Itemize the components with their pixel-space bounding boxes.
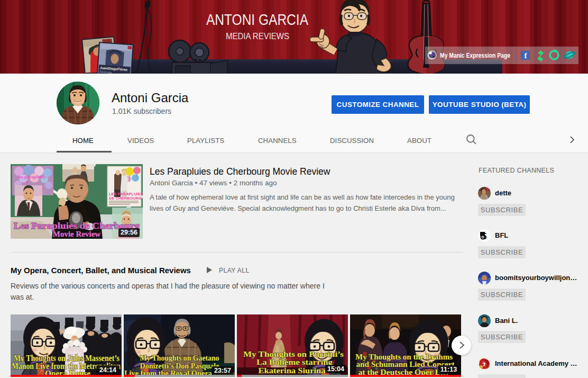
svg-text:les parapluies: les parapluies (18, 174, 46, 179)
svg-text:Sérénade: Sérénade (99, 70, 112, 74)
svg-text:Movie Review: Movie Review (53, 230, 101, 238)
svg-text:My Thoughts on Puccini’s: My Thoughts on Puccini’s (243, 349, 344, 358)
svg-text:DE CHERBOURG: DE CHERBOURG (109, 196, 142, 201)
svg-text:My Manic Expression Page: My Manic Expression Page (440, 51, 510, 59)
svg-text:ANTONI GARCIA: ANTONI GARCIA (206, 11, 309, 28)
svg-text:My Thoughts on Gaetano: My Thoughts on Gaetano (140, 354, 219, 362)
svg-text:MEDIA REVIEWS: MEDIA REVIEWS (226, 31, 289, 41)
svg-text:Ekaterina Siurina: Ekaterina Siurina (259, 366, 326, 375)
svg-text:La Bohème starring: La Bohème starring (256, 357, 333, 366)
